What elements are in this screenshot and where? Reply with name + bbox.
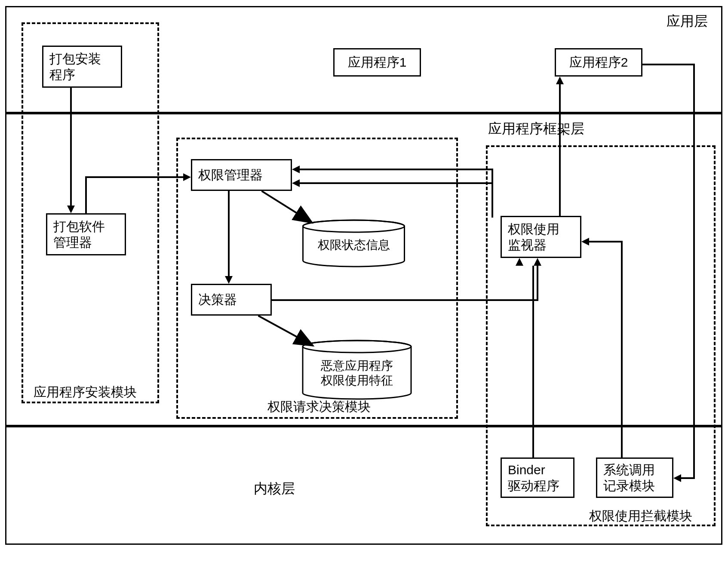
arrow-pkgmgr-perm-h [85, 176, 183, 178]
arrow-syscall-monitor-v [621, 241, 623, 458]
perm-manager-box: 权限管理器 [191, 159, 292, 191]
arrow-app2-syscall-h1 [642, 64, 695, 65]
framework-layer-label: 应用程序框架层 [488, 120, 584, 138]
app1-box: 应用程序1 [333, 48, 421, 77]
arrow-binder-monitor [532, 266, 534, 458]
decider-box: 决策器 [191, 284, 272, 316]
app2-box: 应用程序2 [555, 48, 642, 77]
arrow-monitor-up-v2 [491, 182, 493, 218]
arrow-app2-syscall-head [673, 474, 681, 482]
arrow-pkgmgr-perm-head [183, 173, 191, 181]
arrow-pkgmgr-perm-v [85, 176, 87, 214]
arrow-decider-monitor-v2 [537, 266, 538, 301]
arrow-monitor-app2 [559, 84, 561, 217]
arrow-binder-monitor-head2 [516, 258, 523, 266]
install-module-label: 应用程序安装模块 [34, 384, 137, 401]
arrow-app2-syscall-h2 [681, 477, 695, 479]
intercept-module-label: 权限使用拦截模块 [589, 507, 692, 525]
arrow-syscall-monitor-head [581, 238, 589, 246]
arrow-permmgr-db [261, 191, 322, 230]
decision-module-label: 权限请求决策模块 [267, 398, 371, 416]
arrow-monitor-permmgr-2-head [292, 179, 300, 187]
perm-monitor-box: 权限使用 监视器 [501, 216, 581, 258]
arrow-monitor-permmgr-1-head [292, 166, 300, 173]
arrow-app2-syscall-v1 [693, 64, 695, 479]
arrow-monitor-permmgr-2 [300, 182, 493, 184]
perm-status-db-label: 权限状态信息 [301, 238, 406, 252]
package-manager-box: 打包软件 管理器 [46, 213, 126, 255]
package-installer-box: 打包安装 程序 [42, 46, 122, 88]
svg-line-5 [258, 316, 313, 346]
binder-driver-box: Binder 驱动程序 [501, 457, 574, 498]
arrow-permmgr-decider [228, 191, 230, 276]
arrow-monitor-permmgr-1 [300, 169, 493, 170]
arrow-syscall-monitor-h [589, 241, 623, 243]
svg-line-4 [261, 191, 312, 223]
arrow-monitor-app2-head [556, 77, 564, 84]
kernel-layer-label: 内核层 [254, 479, 295, 498]
syscall-recorder-box: 系统调用 记录模块 [596, 457, 673, 498]
arrow-permmgr-decider-head [225, 276, 233, 284]
application-layer-label: 应用层 [667, 12, 708, 31]
arrow-installer-to-manager-head [67, 206, 75, 213]
arrow-decider-monitor-head4 [534, 258, 541, 266]
malicious-features-db-label: 恶意应用程序 权限使用特征 [301, 359, 413, 387]
arrow-decider-db [258, 316, 323, 353]
arrow-installer-to-manager [70, 88, 72, 206]
arrow-decider-monitor-h2 [272, 299, 538, 301]
